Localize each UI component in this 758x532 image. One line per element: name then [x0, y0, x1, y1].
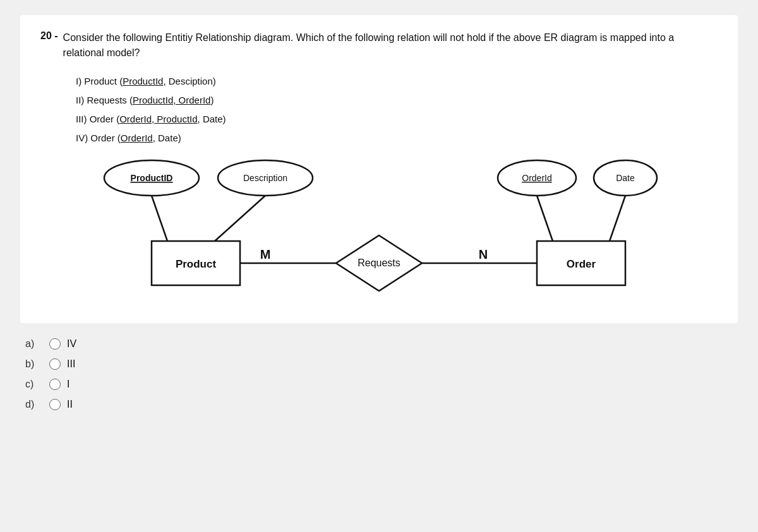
question-block: 20 - Consider the following Entitiy Rela… [20, 15, 738, 323]
answer-row-b: b) III [25, 358, 738, 370]
er-diagram: Product Order Requests ProductID Descrip… [69, 159, 689, 292]
svg-line-2 [537, 196, 553, 241]
relation-iii: III) Order (OrderId, ProductId, Date) [76, 110, 718, 129]
cardinality-m: M [260, 247, 271, 261]
svg-line-0 [152, 196, 167, 241]
relations-list: I) Product (ProductId, Desciption) II) R… [76, 72, 718, 148]
er-diagram-container: Product Order Requests ProductID Descrip… [69, 159, 689, 292]
relation-iv: IV) Order (OrderId, Date) [76, 129, 718, 148]
question-header: 20 - Consider the following Entitiy Rela… [40, 30, 718, 61]
page: 20 - Consider the following Entitiy Rela… [0, 0, 758, 434]
answer-text-b: III [67, 358, 75, 370]
answer-text-a: IV [67, 338, 76, 350]
relation-ii: II) Requests (ProductId, OrderId) [76, 91, 718, 110]
description-attr: Description [243, 173, 287, 183]
question-text: Consider the following Entitiy Relations… [63, 30, 718, 61]
answer-radio-a[interactable] [49, 338, 61, 350]
answers-section: a) IV b) III c) I d) II [25, 338, 738, 410]
relation-i: I) Product (ProductId, Desciption) [76, 72, 718, 91]
answer-radio-d[interactable] [49, 399, 61, 410]
order-label: Order [567, 258, 596, 270]
requests-label: Requests [358, 257, 400, 268]
answer-label-a: a) [25, 338, 45, 350]
product-label: Product [176, 258, 217, 270]
answer-label-d: d) [25, 399, 45, 410]
answer-label-c: c) [25, 379, 45, 390]
svg-line-3 [610, 196, 625, 241]
cardinality-n: N [479, 247, 488, 261]
answer-radio-b[interactable] [49, 358, 61, 370]
orderid-attr: OrderId [522, 173, 551, 183]
answer-text-d: II [67, 399, 73, 410]
answer-label-b: b) [25, 358, 45, 370]
svg-line-1 [215, 196, 265, 241]
answer-row-c: c) I [25, 379, 738, 390]
answer-row-a: a) IV [25, 338, 738, 350]
answer-row-d: d) II [25, 399, 738, 410]
productid-attr: ProductID [131, 173, 173, 183]
date-attr: Date [616, 173, 635, 183]
answer-radio-c[interactable] [49, 379, 61, 390]
answer-text-c: I [67, 379, 69, 390]
question-number: 20 - [40, 30, 58, 42]
